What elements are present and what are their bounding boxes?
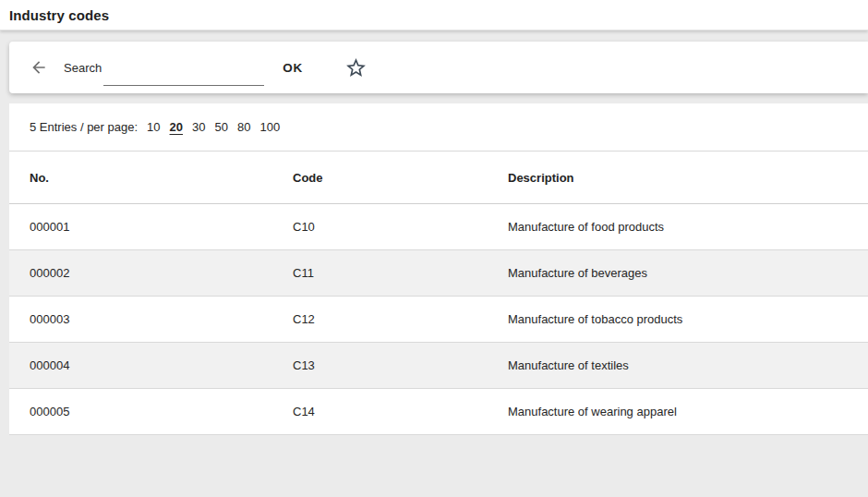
table-header: No. Code Description [9,152,868,204]
star-icon[interactable] [344,55,368,79]
column-header-code[interactable]: Code [293,171,508,185]
cell-code-value: C11 [293,266,508,280]
filter-bar: Search OK [9,42,868,93]
page-size-option-30[interactable]: 30 [192,120,205,134]
page-size-option-50[interactable]: 50 [214,120,227,134]
entries-per-page-label: 5 Entries / per page: [30,120,138,134]
cell-code-value: C12 [293,312,508,326]
cell-code-value: C10 [293,220,508,234]
cell-description-value: Manufacture of textiles [508,358,868,372]
table-row[interactable]: 000003C12Manufacture of tobacco products [9,297,868,343]
back-arrow-icon[interactable] [30,58,48,77]
table-row[interactable]: 000001C10Manufacture of food products [9,204,868,250]
cell-description-value: Manufacture of food products [508,220,868,234]
cell-description-value: Manufacture of tobacco products [508,312,868,326]
cell-description-value: Manufacture of beverages [508,266,868,280]
cell-code-value: C14 [293,405,508,418]
cell-description-value: Manufacture of wearing apparel [508,405,868,418]
table-row[interactable]: 000004C13Manufacture of textiles [9,343,868,389]
cell-no-value: 000003 [30,312,293,326]
page-header: Industry codes [0,0,868,30]
ok-button[interactable]: OK [283,61,303,75]
page-size-options: 1020305080100 [138,120,280,134]
pagination-bar: 5 Entries / per page: 1020305080100 [9,103,868,152]
cell-no-value: 000004 [30,358,293,372]
page-size-option-20[interactable]: 20 [170,120,183,134]
table-row[interactable]: 000005C14Manufacture of wearing apparel [9,389,868,435]
cell-no-value: 000005 [30,405,293,418]
column-header-description[interactable]: Description [508,171,868,185]
cell-no-value: 000001 [30,220,293,234]
search-input[interactable] [103,67,264,86]
table-row[interactable]: 000002C11Manufacture of beverages [9,250,868,297]
page-title: Industry codes [9,7,109,23]
column-header-no[interactable]: No. [30,171,293,185]
page-size-option-100[interactable]: 100 [259,120,280,134]
cell-no-value: 000002 [30,266,293,280]
table-body: 000001C10Manufacture of food products000… [9,204,868,435]
page-size-option-80[interactable]: 80 [237,120,250,134]
search-label: Search [64,61,102,75]
cell-code-value: C13 [293,358,508,372]
content-panel: 5 Entries / per page: 1020305080100 No. … [9,103,868,435]
page-size-option-10[interactable]: 10 [147,120,160,134]
